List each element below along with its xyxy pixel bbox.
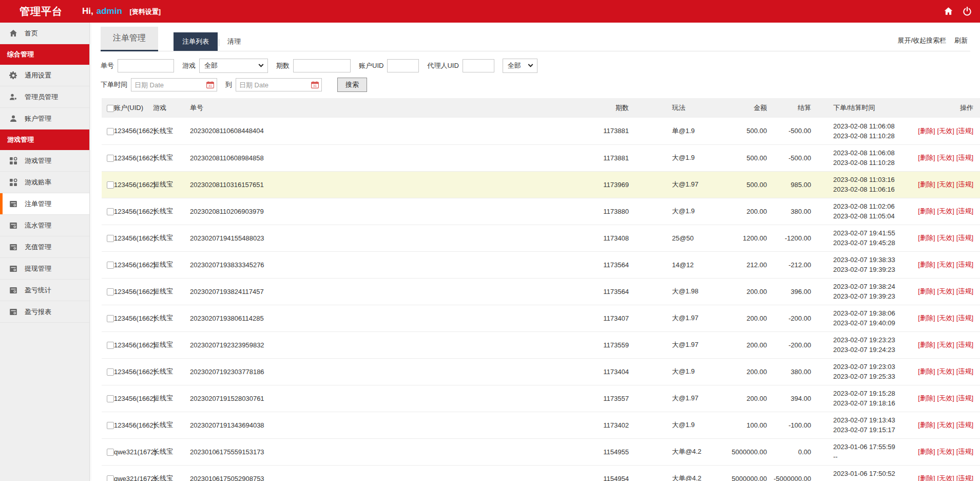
status-select[interactable]: 全部 [503, 59, 537, 73]
violation-action-link[interactable]: [违规] [956, 341, 973, 348]
invalid-action-link[interactable]: [无效] [937, 261, 954, 268]
delete-action-link[interactable]: [删除] [918, 448, 935, 455]
invalid-action-link[interactable]: [无效] [937, 474, 954, 481]
violation-action-link[interactable]: [违规] [956, 314, 973, 322]
sidebar-item[interactable]: 盈亏报表 [0, 301, 89, 323]
sidebar-item[interactable]: 首页 [0, 23, 89, 44]
invalid-action-link[interactable]: [无效] [937, 180, 954, 188]
cell-time: 2023-01-06 17:50:522023-01-06 17:55:10 [817, 465, 907, 481]
tab-order-list[interactable]: 注单列表 [174, 32, 218, 51]
delete-action-link[interactable]: [删除] [918, 421, 935, 429]
calendar-icon[interactable]: 31 [206, 81, 214, 88]
delete-action-link[interactable]: [删除] [918, 207, 935, 215]
violation-action-link[interactable]: [违规] [956, 394, 973, 402]
sidebar-item[interactable]: 账户管理 [0, 108, 89, 130]
greeting: Hi,admin [资料设置] [82, 0, 161, 23]
row-checkbox[interactable] [107, 422, 114, 429]
violation-action-link[interactable]: [违规] [956, 154, 973, 161]
row-checkbox[interactable] [107, 475, 114, 481]
sidebar-item[interactable]: 管理员管理 [0, 86, 89, 108]
invalid-action-link[interactable]: [无效] [937, 154, 954, 161]
orders-table: 账户(UID) 游戏 单号 期数 玩法 金额 结算 下单/结算时间 操作 123… [102, 98, 970, 481]
calendar-icon[interactable]: 31 [311, 81, 319, 88]
row-checkbox[interactable] [107, 368, 114, 376]
row-checkbox[interactable] [107, 342, 114, 349]
delete-action-link[interactable]: [删除] [918, 474, 935, 481]
sidebar-item[interactable]: 游戏赔率 [0, 172, 89, 193]
svg-text:31: 31 [313, 84, 317, 87]
cell-order-no: 20230207191528030761 [190, 385, 579, 412]
settle-time: 2023-02-08 11:10:28 [833, 158, 907, 168]
delete-action-link[interactable]: [删除] [918, 341, 935, 348]
invalid-action-link[interactable]: [无效] [937, 287, 954, 295]
period-input[interactable] [293, 59, 351, 72]
invalid-action-link[interactable]: [无效] [937, 448, 954, 455]
agent-uid-input[interactable] [463, 59, 494, 72]
violation-action-link[interactable]: [违规] [956, 261, 973, 268]
sidebar-item[interactable]: 游戏管理 [0, 150, 89, 172]
refresh-link[interactable]: 刷新 [954, 36, 968, 45]
delete-action-link[interactable]: [删除] [918, 234, 935, 242]
delete-action-link[interactable]: [删除] [918, 367, 935, 375]
sidebar-item[interactable]: 充值管理 [0, 236, 89, 258]
toggle-search-link[interactable]: 展开/收起搜索栏 [897, 36, 946, 45]
violation-action-link[interactable]: [违规] [956, 421, 973, 429]
cell-actions: [删除][无效][违规] [907, 118, 980, 144]
invalid-action-link[interactable]: [无效] [937, 367, 954, 375]
row-checkbox[interactable] [107, 449, 114, 456]
profile-settings-link[interactable]: [资料设置] [130, 8, 161, 15]
order-no-input[interactable] [118, 59, 174, 72]
invalid-action-link[interactable]: [无效] [937, 341, 954, 348]
table-row: 123456(1662)长线宝2023020719230377818611734… [102, 358, 980, 385]
order-time-from-input[interactable] [131, 78, 217, 91]
delete-action-link[interactable]: [删除] [918, 394, 935, 402]
power-icon[interactable] [963, 7, 972, 16]
invalid-action-link[interactable]: [无效] [937, 314, 954, 322]
violation-action-link[interactable]: [违规] [956, 448, 973, 455]
cell-order-no: 20230208110316157651 [190, 171, 579, 198]
violation-action-link[interactable]: [违规] [956, 180, 973, 188]
row-checkbox[interactable] [107, 128, 114, 135]
search-button[interactable]: 搜索 [337, 78, 367, 92]
select-all-checkbox[interactable] [107, 105, 114, 112]
invalid-action-link[interactable]: [无效] [937, 234, 954, 242]
violation-action-link[interactable]: [违规] [956, 474, 973, 481]
delete-action-link[interactable]: [删除] [918, 287, 935, 295]
table-row: 123456(1662)长线宝2023020719134369403811734… [102, 412, 980, 438]
game-select[interactable]: 全部 [199, 59, 268, 73]
violation-action-link[interactable]: [违规] [956, 234, 973, 242]
row-checkbox[interactable] [107, 262, 114, 269]
row-checkbox[interactable] [107, 395, 114, 402]
invalid-action-link[interactable]: [无效] [937, 421, 954, 429]
row-checkbox[interactable] [107, 288, 114, 295]
invalid-action-link[interactable]: [无效] [937, 394, 954, 402]
cell-actions: [删除][无效][违规] [907, 385, 980, 412]
invalid-action-link[interactable]: [无效] [937, 207, 954, 215]
home-icon[interactable] [944, 7, 953, 16]
tab-cleanup[interactable]: 清理 [220, 32, 248, 51]
delete-action-link[interactable]: [删除] [918, 127, 935, 135]
row-checkbox[interactable] [107, 235, 114, 242]
row-checkbox[interactable] [107, 315, 114, 322]
delete-action-link[interactable]: [删除] [918, 261, 935, 268]
order-time-to-input[interactable] [236, 78, 322, 91]
delete-action-link[interactable]: [删除] [918, 314, 935, 322]
violation-action-link[interactable]: [违规] [956, 367, 973, 375]
row-checkbox[interactable] [107, 181, 114, 189]
violation-action-link[interactable]: [违规] [956, 287, 973, 295]
invalid-action-link[interactable]: [无效] [937, 127, 954, 135]
delete-action-link[interactable]: [删除] [918, 180, 935, 188]
row-checkbox[interactable] [107, 208, 114, 215]
sidebar-item[interactable]: 盈亏统计 [0, 280, 89, 301]
sidebar-item[interactable]: 注单管理 [0, 193, 89, 215]
greeting-prefix: Hi, [82, 6, 93, 16]
sidebar-item[interactable]: 提现管理 [0, 258, 89, 280]
row-checkbox[interactable] [107, 155, 114, 162]
delete-action-link[interactable]: [删除] [918, 154, 935, 161]
sidebar-item[interactable]: 通用设置 [0, 65, 89, 86]
violation-action-link[interactable]: [违规] [956, 127, 973, 135]
sidebar-item[interactable]: 流水管理 [0, 215, 89, 236]
violation-action-link[interactable]: [违规] [956, 207, 973, 215]
account-uid-input[interactable] [387, 59, 419, 72]
col-order-no: 单号 [190, 98, 579, 118]
